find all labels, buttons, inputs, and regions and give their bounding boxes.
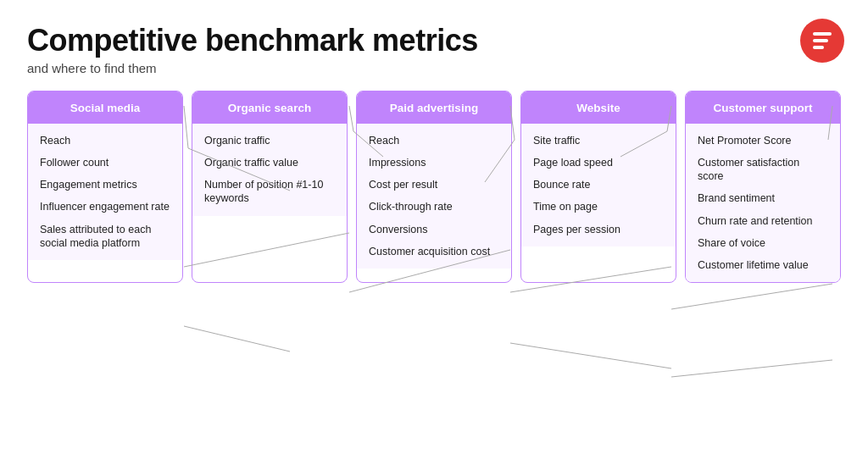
column-header-text-customer-support: Customer support: [713, 102, 812, 114]
metric-item-customer-support-3: Churn rate and retention: [698, 214, 828, 228]
metric-item-customer-support-5: Customer lifetime value: [698, 258, 828, 272]
svg-line-14: [510, 343, 671, 368]
metric-item-customer-support-4: Share of voice: [698, 236, 828, 250]
metric-item-customer-support-1: Customer satisfaction score: [698, 156, 828, 184]
column-body-website: Site trafficPage load speedBounce rateTi…: [521, 124, 676, 246]
column-header-text-organic-search: Organic search: [228, 102, 311, 114]
metric-item-customer-support-0: Net Promoter Score: [698, 134, 828, 147]
column-social-media: Social mediaReachFollower countEngagemen…: [27, 91, 183, 284]
column-header-customer-support: Customer support: [686, 91, 840, 124]
column-website: WebsiteSite trafficPage load speedBounce…: [520, 91, 676, 284]
logo-badge: [800, 19, 844, 63]
metric-item-organic-search-0: Organic traffic: [204, 134, 335, 147]
column-organic-search: Organic searchOrganic trafficOrganic tra…: [192, 91, 348, 284]
column-header-text-social-media: Social media: [70, 102, 141, 114]
metric-item-website-0: Site traffic: [533, 134, 664, 147]
column-header-text-website: Website: [576, 102, 620, 114]
column-body-organic-search: Organic trafficOrganic traffic valueNumb…: [192, 124, 347, 216]
metric-item-paid-advertising-4: Conversions: [369, 223, 499, 236]
column-customer-support: Customer supportNet Promoter ScoreCustom…: [685, 91, 841, 284]
column-paid-advertising: Paid advertisingReachImpressionsCost per…: [356, 91, 512, 284]
metric-item-paid-advertising-2: Cost per result: [369, 178, 499, 191]
header-section: Competitive benchmark metrics and where …: [27, 24, 841, 75]
column-body-paid-advertising: ReachImpressionsCost per resultClick-thr…: [357, 124, 511, 269]
metric-item-social-media-3: Influencer engagement rate: [40, 200, 170, 213]
page-wrapper: Competitive benchmark metrics and where …: [0, 0, 868, 454]
metric-item-website-3: Time on page: [533, 200, 664, 213]
metric-item-paid-advertising-0: Reach: [369, 134, 499, 147]
metric-item-website-2: Bounce rate: [533, 178, 664, 191]
column-header-text-paid-advertising: Paid advertising: [390, 102, 478, 114]
metric-item-website-1: Page load speed: [533, 156, 664, 169]
metric-item-social-media-1: Follower count: [40, 156, 170, 169]
metric-item-website-4: Pages per session: [533, 223, 664, 236]
svg-line-12: [671, 284, 832, 309]
column-body-customer-support: Net Promoter ScoreCustomer satisfaction …: [686, 124, 840, 283]
column-header-social-media: Social media: [28, 91, 182, 124]
svg-line-13: [184, 326, 290, 352]
metric-item-social-media-0: Reach: [40, 134, 170, 147]
metric-item-paid-advertising-5: Customer acquisition cost: [369, 245, 499, 258]
column-header-organic-search: Organic search: [192, 91, 347, 124]
metric-item-paid-advertising-3: Click-through rate: [369, 200, 499, 213]
svg-line-15: [671, 360, 832, 377]
logo-bar-3: [813, 46, 824, 49]
metric-item-organic-search-2: Number of position #1-10 keywords: [204, 178, 335, 206]
logo-bar-1: [813, 32, 832, 36]
page-subtitle: and where to find them: [27, 61, 841, 75]
logo-icon: [813, 32, 832, 49]
metric-item-organic-search-1: Organic traffic value: [204, 156, 335, 169]
metric-item-social-media-4: Sales attributed to each social media pl…: [40, 223, 170, 251]
column-body-social-media: ReachFollower countEngagement metricsInf…: [28, 124, 182, 261]
column-header-paid-advertising: Paid advertising: [357, 91, 511, 124]
metric-item-social-media-2: Engagement metrics: [40, 178, 170, 191]
columns-container: Social mediaReachFollower countEngagemen…: [27, 91, 841, 284]
metric-item-paid-advertising-1: Impressions: [369, 156, 499, 169]
metric-item-customer-support-2: Brand sentiment: [698, 191, 828, 205]
page-title: Competitive benchmark metrics: [27, 24, 841, 58]
logo-bar-2: [813, 39, 828, 42]
column-header-website: Website: [521, 91, 676, 124]
